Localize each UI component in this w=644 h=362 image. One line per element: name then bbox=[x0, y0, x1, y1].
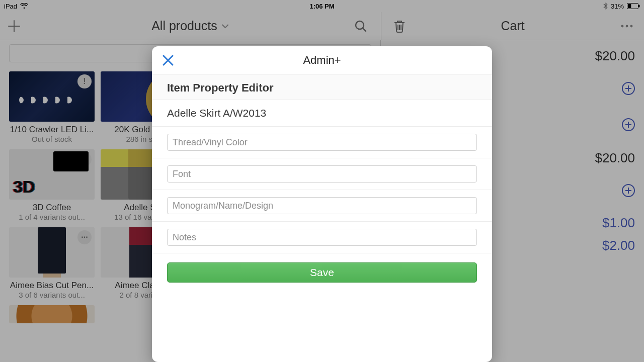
font-input[interactable] bbox=[167, 165, 477, 183]
thread-color-input[interactable] bbox=[167, 134, 477, 151]
notes-input[interactable] bbox=[167, 229, 477, 246]
admin-modal: Admin+ Item Property Editor Adelle Skirt… bbox=[152, 46, 492, 362]
modal-title: Admin+ bbox=[303, 54, 341, 67]
close-button[interactable] bbox=[157, 49, 179, 71]
save-button[interactable]: Save bbox=[167, 262, 477, 283]
save-button-label: Save bbox=[310, 266, 334, 279]
modal-section-heading: Item Property Editor bbox=[152, 74, 492, 100]
modal-item-name: Adelle Skirt A/W2013 bbox=[152, 100, 492, 127]
monogram-input[interactable] bbox=[167, 197, 477, 214]
